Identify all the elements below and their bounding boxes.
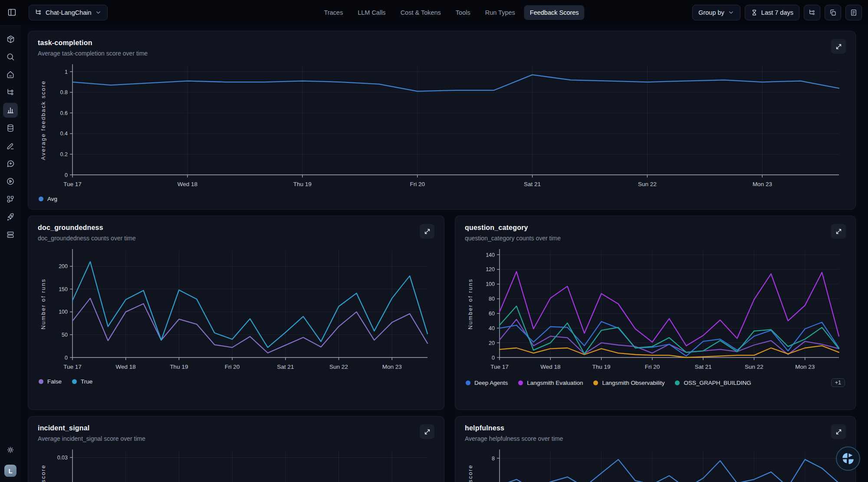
svg-text:Tue 17: Tue 17 — [63, 181, 82, 187]
chart-legend: Deep AgentsLangsmith EvaluationLangsmith… — [465, 374, 846, 390]
expand-icon — [835, 43, 842, 50]
expand-button[interactable] — [831, 224, 846, 239]
sidebar-item-traces[interactable] — [3, 85, 18, 100]
expand-button[interactable] — [831, 39, 846, 54]
tab-feedback-scores[interactable]: Feedback Scores — [524, 5, 585, 20]
sidebar-item-experiments[interactable] — [3, 192, 18, 207]
topbar-actions: Group by Last 7 days — [688, 5, 862, 20]
legend-label: Avg — [47, 196, 57, 202]
svg-text:80: 80 — [489, 296, 495, 302]
chart-card-incident-signal: incident_signal Average incident_signal … — [28, 416, 444, 482]
tab-tools[interactable]: Tools — [450, 5, 476, 20]
legend-item[interactable]: False — [39, 378, 62, 385]
chart-helpfulness: 8Average feedback score — [465, 446, 846, 482]
legend-item[interactable]: Avg — [39, 196, 57, 202]
expand-button[interactable] — [831, 424, 846, 439]
svg-text:Wed 18: Wed 18 — [540, 364, 560, 370]
chart-title: helpfulness — [465, 424, 563, 432]
svg-text:Average feedback score: Average feedback score — [40, 80, 46, 160]
tree-icon — [35, 9, 42, 16]
server-icon — [6, 230, 15, 239]
chart-card-task-completion: task-completion Average task-completion … — [28, 31, 856, 210]
legend-label: Langsmith Observability — [602, 380, 664, 386]
chart-card-doc-groundedness: doc_groundedness doc_groundedness counts… — [28, 216, 444, 410]
svg-text:Mon 23: Mon 23 — [382, 364, 402, 370]
chart-canvas-incident_signal: 0.03Average feedback score — [38, 446, 434, 482]
topbar: Chat-LangChain Traces LLM Calls Cost & T… — [0, 0, 868, 25]
svg-text:Average feedback score: Average feedback score — [467, 465, 473, 482]
legend-item[interactable]: Langsmith Evaluation — [518, 380, 583, 386]
svg-text:8: 8 — [492, 456, 495, 462]
chart-card-question-category: question_category question_category coun… — [455, 216, 856, 410]
sidebar-item-home[interactable] — [3, 67, 18, 82]
expand-icon — [835, 428, 842, 436]
notes-button[interactable] — [845, 5, 862, 20]
legend-item[interactable]: True — [72, 378, 92, 385]
sidebar-item-deployments[interactable] — [3, 210, 18, 224]
expand-icon — [835, 228, 842, 235]
svg-text:0.2: 0.2 — [60, 151, 68, 157]
expand-button[interactable] — [420, 424, 434, 439]
sidebar-item-settings[interactable] — [3, 443, 18, 457]
project-name: Chat-LangChain — [46, 9, 92, 16]
chart-canvas-doc_groundedness: Tue 17Wed 18Thu 19Fri 20Sat 21Sun 22Mon … — [38, 246, 434, 374]
chart-legend: FalseTrue — [38, 374, 434, 387]
chart-title: incident_signal — [38, 424, 145, 432]
tree-icon — [6, 88, 15, 97]
chart-subtitle: Average task-completion score over time — [38, 50, 148, 57]
svg-text:Tue 17: Tue 17 — [490, 364, 509, 370]
avatar[interactable]: L — [4, 465, 16, 477]
nav-tabs: Traces LLM Calls Cost & Tokens Tools Run… — [318, 5, 584, 20]
sidebar-item-annotate[interactable] — [3, 138, 18, 153]
sidebar-item-search[interactable] — [3, 49, 18, 64]
sidebar-item-datasets[interactable] — [3, 121, 18, 135]
svg-text:0.6: 0.6 — [60, 110, 68, 116]
group-by-select[interactable]: Group by — [692, 5, 740, 20]
copy-icon — [829, 9, 837, 16]
hourglass-icon — [751, 9, 758, 16]
svg-text:20: 20 — [489, 340, 495, 346]
chart-subtitle: doc_groundedness counts over time — [38, 235, 136, 242]
legend-dot-icon — [593, 380, 598, 385]
svg-text:Wed 18: Wed 18 — [178, 181, 197, 187]
tab-llm-calls[interactable]: LLM Calls — [352, 5, 391, 20]
legend-item[interactable]: OSS_GRAPH_BUILDING — [675, 380, 751, 386]
notepad-icon — [850, 9, 858, 16]
tab-traces[interactable]: Traces — [318, 5, 349, 20]
assistant-logo-button[interactable] — [836, 446, 860, 471]
legend-item[interactable]: Langsmith Observability — [593, 380, 664, 386]
svg-text:Mon 23: Mon 23 — [795, 364, 815, 370]
chevron-down-icon — [95, 9, 102, 16]
chart-incident-signal: 0.03Average feedback score — [38, 446, 434, 482]
tab-cost-tokens[interactable]: Cost & Tokens — [395, 5, 447, 20]
sidebar-item-feedback[interactable] — [3, 156, 18, 171]
database-icon — [6, 124, 15, 132]
gear-icon — [6, 446, 15, 454]
svg-text:Thu 19: Thu 19 — [592, 364, 611, 370]
chart-canvas-helpfulness: 8Average feedback score — [465, 446, 846, 482]
panel-toggle-button[interactable] — [4, 5, 19, 20]
chart-task-completion: Tue 17Wed 18Thu 19Fri 20Sat 21Sun 22Mon … — [38, 61, 846, 191]
svg-text:0.8: 0.8 — [60, 89, 68, 95]
expand-button[interactable] — [420, 224, 434, 239]
sidebar-item-monitoring[interactable] — [3, 103, 18, 118]
legend-overflow-badge[interactable]: +1 — [831, 378, 845, 387]
legend-label: True — [81, 378, 92, 385]
home-icon — [6, 70, 15, 79]
message-plus-icon — [6, 159, 15, 168]
pencil-icon — [6, 141, 15, 150]
svg-text:Number of runs: Number of runs — [467, 279, 473, 330]
tab-run-types[interactable]: Run Types — [480, 5, 521, 20]
svg-text:Sun 22: Sun 22 — [638, 181, 657, 187]
project-selector[interactable]: Chat-LangChain — [29, 5, 108, 20]
legend-item[interactable]: Deep Agents — [466, 380, 508, 386]
sidebar-item-servers[interactable] — [3, 227, 18, 242]
sidebar-item-playground[interactable] — [3, 174, 18, 189]
legend-label: OSS_GRAPH_BUILDING — [684, 380, 751, 386]
svg-text:Fri 20: Fri 20 — [645, 364, 660, 370]
sidebar-item-package[interactable] — [3, 32, 18, 46]
copy-button[interactable] — [825, 5, 841, 20]
time-range-button[interactable]: Last 7 days — [745, 5, 799, 20]
tree-view-button[interactable] — [804, 5, 820, 20]
play-circle-icon — [6, 177, 15, 186]
